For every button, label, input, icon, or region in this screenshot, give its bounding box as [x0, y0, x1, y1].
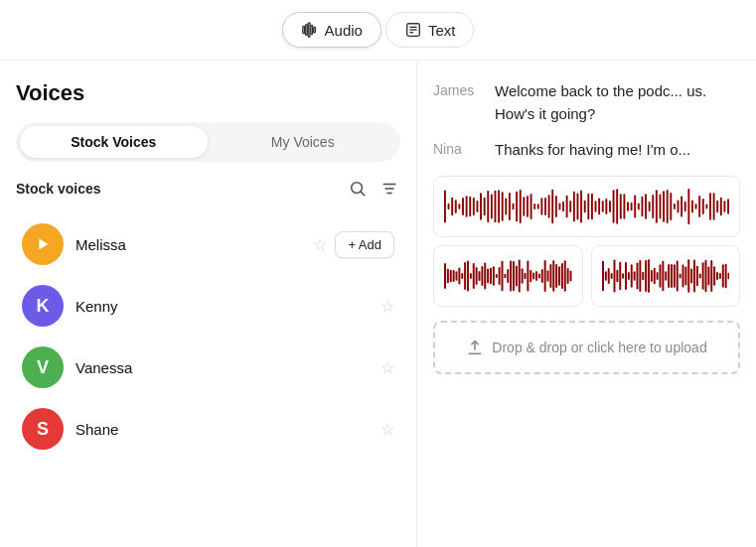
- svg-rect-79: [674, 203, 676, 208]
- svg-rect-89: [709, 193, 711, 219]
- svg-rect-28: [491, 194, 493, 218]
- filter-button[interactable]: [378, 178, 400, 200]
- transcript-nina: Nina Thanks for having me! I'm o...: [433, 139, 740, 162]
- svg-rect-15: [444, 190, 446, 222]
- svg-rect-0: [302, 26, 304, 33]
- svg-rect-75: [660, 194, 662, 218]
- svg-rect-42: [540, 198, 542, 215]
- filter-icon: [380, 180, 398, 198]
- svg-rect-178: [710, 259, 712, 291]
- svg-rect-22: [469, 196, 471, 216]
- top-tab-bar: Audio Text: [0, 0, 756, 61]
- svg-rect-38: [527, 196, 529, 217]
- section-icons: [347, 178, 400, 200]
- waveform-half-right[interactable]: [591, 245, 741, 307]
- stock-voices-label: Stock voices: [16, 181, 101, 197]
- svg-rect-52: [577, 193, 579, 219]
- upload-text: Drop & drop or click here to upload: [492, 340, 706, 355]
- svg-rect-107: [479, 270, 481, 280]
- tab-my-voices[interactable]: My Voices: [210, 126, 397, 158]
- star-vanessa[interactable]: ☆: [380, 358, 394, 377]
- svg-rect-151: [633, 271, 635, 280]
- svg-rect-180: [716, 271, 718, 279]
- svg-rect-184: [727, 272, 729, 278]
- search-button[interactable]: [347, 178, 369, 200]
- section-header: Stock voices: [16, 178, 400, 200]
- svg-rect-152: [636, 262, 638, 289]
- svg-rect-16: [448, 203, 450, 209]
- svg-rect-148: [625, 262, 627, 290]
- voice-item-melissa: Melissa ☆ + Add: [16, 215, 400, 273]
- voice-tabs: Stock Voices My Voices: [16, 122, 400, 162]
- star-melissa[interactable]: ☆: [313, 235, 327, 254]
- svg-rect-95: [444, 262, 446, 288]
- svg-rect-131: [547, 270, 549, 282]
- voice-name-vanessa: Vanessa: [76, 359, 369, 376]
- svg-rect-108: [481, 265, 483, 285]
- voice-actions-shane: ☆: [380, 420, 394, 439]
- star-shane[interactable]: ☆: [380, 420, 394, 439]
- waveform-full-svg: // bars generated inline: [444, 185, 729, 228]
- svg-rect-36: [520, 189, 522, 222]
- svg-rect-33: [509, 193, 511, 220]
- svg-rect-170: [687, 259, 689, 293]
- svg-rect-82: [684, 201, 686, 210]
- play-icon: [34, 235, 52, 253]
- svg-rect-59: [602, 201, 604, 211]
- svg-rect-98: [453, 269, 455, 281]
- svg-rect-100: [458, 267, 460, 284]
- voice-name-melissa: Melissa: [76, 236, 301, 253]
- svg-rect-65: [623, 194, 625, 218]
- svg-rect-92: [720, 197, 722, 215]
- svg-rect-32: [505, 198, 507, 214]
- svg-rect-133: [552, 260, 554, 291]
- svg-rect-70: [641, 196, 643, 215]
- waveform-full[interactable]: // bars generated inline: [433, 176, 740, 237]
- tab-text[interactable]: Text: [385, 12, 475, 48]
- svg-rect-161: [662, 260, 664, 290]
- svg-point-9: [352, 183, 363, 194]
- svg-rect-37: [523, 197, 525, 215]
- avatar-shane: S: [22, 408, 64, 450]
- svg-rect-155: [645, 259, 647, 291]
- voice-item-kenny: K Kenny ☆: [16, 277, 400, 335]
- voice-name-kenny: Kenny: [76, 298, 369, 315]
- transcript-james: James Welcome back to the podc... us. Ho…: [433, 80, 740, 125]
- svg-rect-96: [447, 268, 449, 282]
- svg-rect-61: [609, 200, 611, 211]
- svg-rect-99: [456, 271, 458, 280]
- svg-rect-126: [532, 272, 534, 279]
- svg-rect-154: [642, 271, 644, 280]
- voice-list: Melissa ☆ + Add K Kenny ☆: [16, 215, 400, 458]
- svg-rect-181: [718, 272, 720, 278]
- svg-rect-83: [687, 189, 689, 224]
- svg-rect-147: [622, 273, 624, 279]
- svg-rect-84: [691, 200, 693, 212]
- svg-rect-120: [516, 265, 518, 286]
- waveforms-section: // bars generated inline: [433, 176, 740, 307]
- svg-rect-44: [548, 195, 550, 217]
- svg-rect-20: [462, 197, 464, 214]
- svg-rect-135: [558, 266, 560, 285]
- svg-rect-80: [678, 200, 680, 212]
- svg-rect-145: [616, 269, 618, 282]
- svg-rect-62: [613, 190, 615, 222]
- voices-title: Voices: [16, 80, 400, 106]
- tab-audio[interactable]: Audio: [282, 12, 381, 48]
- svg-rect-166: [676, 260, 678, 291]
- svg-rect-149: [627, 271, 629, 279]
- svg-rect-55: [587, 193, 589, 219]
- svg-rect-81: [680, 196, 682, 216]
- add-melissa-button[interactable]: + Add: [335, 231, 394, 258]
- svg-rect-173: [695, 265, 697, 285]
- tab-stock-voices[interactable]: Stock Voices: [20, 126, 208, 158]
- svg-rect-24: [476, 200, 478, 211]
- avatar-vanessa: V: [22, 346, 64, 388]
- play-melissa[interactable]: [22, 223, 64, 265]
- star-kenny[interactable]: ☆: [380, 297, 394, 316]
- waveform-half-left[interactable]: [433, 245, 583, 307]
- svg-rect-34: [513, 203, 515, 208]
- upload-area[interactable]: Drop & drop or click here to upload: [433, 321, 740, 374]
- svg-rect-117: [507, 268, 509, 282]
- svg-rect-118: [510, 260, 512, 291]
